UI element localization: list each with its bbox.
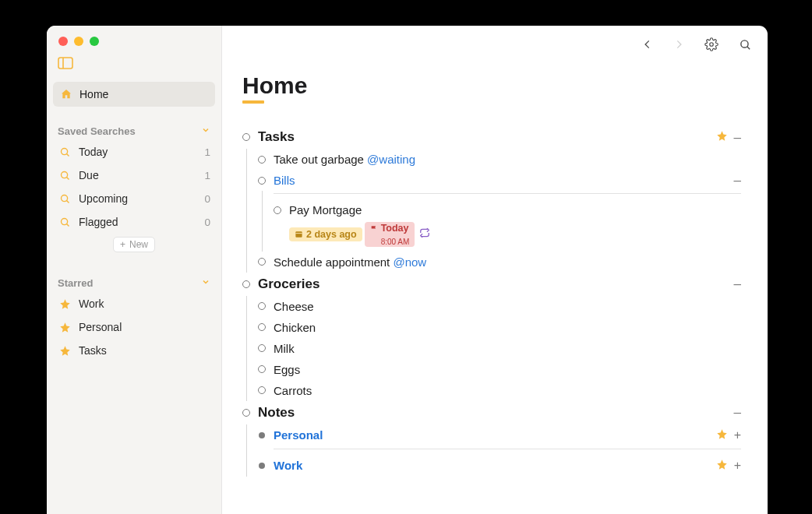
sidebar-item-label: Work <box>79 297 210 310</box>
svg-line-9 <box>67 224 69 226</box>
sidebar-home-label: Home <box>79 88 108 100</box>
saved-searches-title: Saved Searches <box>58 125 136 137</box>
task-row[interactable]: Take out garbage @waiting <box>258 149 741 170</box>
sidebar-item-tasks[interactable]: Tasks <box>47 339 221 362</box>
list-item[interactable]: Milk <box>258 338 741 359</box>
due-badge[interactable]: Today 8:00 AM <box>365 222 415 247</box>
sidebar-item-label: Personal <box>79 321 210 333</box>
task-text: Take out garbage @waiting <box>274 153 415 166</box>
minimize-window-button[interactable] <box>74 37 83 46</box>
bullet-icon <box>242 280 250 288</box>
collapse-button[interactable]: – <box>734 131 741 144</box>
svg-point-6 <box>62 195 68 201</box>
svg-point-4 <box>62 171 68 178</box>
repeat-icon[interactable] <box>419 227 430 241</box>
saved-searches-header[interactable]: Saved Searches <box>47 121 221 140</box>
section-heading: Tasks <box>258 129 295 145</box>
forward-button[interactable] <box>673 38 684 51</box>
bullet-icon <box>242 409 250 417</box>
task-tag[interactable]: @waiting <box>367 153 415 166</box>
sidebar-item-upcoming[interactable]: Upcoming 0 <box>47 187 221 210</box>
note-row-personal[interactable]: Personal + <box>258 424 741 446</box>
bullet-icon <box>259 432 265 438</box>
chevron-down-icon <box>201 277 210 289</box>
sidebar-item-count: 1 <box>204 170 210 181</box>
svg-point-10 <box>710 43 714 47</box>
task-row[interactable]: Schedule appointment @now <box>258 252 741 273</box>
list-item[interactable]: Carrots <box>258 380 741 401</box>
home-icon <box>60 88 72 100</box>
section-notes[interactable]: Notes – <box>242 401 741 424</box>
sidebar-item-due[interactable]: Due 1 <box>47 164 221 187</box>
new-saved-search-row: + New <box>47 234 221 259</box>
sidebar-item-label: Due <box>79 169 196 181</box>
calendar-icon <box>295 230 303 238</box>
item-text: Eggs <box>274 363 300 376</box>
new-saved-search-button[interactable]: + New <box>113 237 155 252</box>
star-icon[interactable] <box>716 459 728 473</box>
indent-line <box>246 424 247 477</box>
bullet-icon <box>258 323 266 331</box>
star-icon <box>59 298 71 310</box>
search-icon <box>59 146 71 158</box>
starred-header[interactable]: Starred <box>47 273 221 292</box>
outline: Tasks – Take o <box>242 125 741 477</box>
bullet-icon <box>258 258 266 266</box>
section-groceries[interactable]: Groceries – <box>242 273 741 296</box>
window-controls <box>47 26 221 54</box>
page-title: Home <box>242 72 741 99</box>
chevron-down-icon <box>201 125 210 137</box>
zoom-window-button[interactable] <box>90 37 99 46</box>
collapse-button[interactable]: – <box>734 277 741 290</box>
sidebar-item-flagged[interactable]: Flagged 0 <box>47 210 221 234</box>
divider <box>274 449 741 449</box>
svg-line-12 <box>747 46 750 48</box>
starred-title: Starred <box>58 277 94 289</box>
search-icon <box>59 170 71 181</box>
list-item[interactable]: Eggs <box>258 359 741 380</box>
sidebar-item-work[interactable]: Work <box>47 292 221 315</box>
task-text: Pay Mortgage <box>289 203 362 217</box>
bullet-icon <box>259 463 265 469</box>
bullet-icon <box>258 344 266 352</box>
task-tag[interactable]: @now <box>393 255 426 269</box>
sidebar-item-label: Upcoming <box>79 192 196 205</box>
close-window-button[interactable] <box>58 37 68 46</box>
task-row-mortgage[interactable]: Pay Mortgage <box>274 199 741 220</box>
svg-point-11 <box>741 40 748 47</box>
date-badge[interactable]: 2 days ago <box>289 227 362 241</box>
back-button[interactable] <box>642 38 653 51</box>
star-icon[interactable] <box>716 130 728 144</box>
expand-button[interactable]: + <box>734 429 741 442</box>
collapse-button[interactable]: – <box>734 406 741 419</box>
sidebar-item-today[interactable]: Today 1 <box>47 140 221 164</box>
search-button[interactable] <box>739 38 752 51</box>
svg-line-3 <box>67 153 69 156</box>
star-icon <box>59 345 71 357</box>
collapse-button[interactable]: – <box>734 174 741 187</box>
search-icon <box>739 38 752 51</box>
list-item[interactable]: Chicken <box>258 317 741 338</box>
title-underline <box>242 100 264 104</box>
search-icon <box>59 217 71 228</box>
bullet-icon <box>258 365 266 373</box>
sidebar-home[interactable]: Home <box>53 82 215 107</box>
gear-icon <box>704 37 718 51</box>
sidebar-item-personal[interactable]: Personal <box>47 315 221 339</box>
settings-button[interactable] <box>704 37 718 51</box>
note-row-work[interactable]: Work + <box>258 455 741 477</box>
star-icon[interactable] <box>716 428 728 442</box>
toolbar <box>222 26 768 63</box>
divider <box>274 193 741 194</box>
sidebar-item-label: Tasks <box>79 344 210 357</box>
expand-button[interactable]: + <box>734 459 741 472</box>
list-item[interactable]: Cheese <box>258 296 741 317</box>
section-tasks[interactable]: Tasks – <box>242 125 741 149</box>
task-row-bills[interactable]: Bills – <box>258 170 741 191</box>
indent-line <box>246 149 247 273</box>
item-text: Chicken <box>274 321 316 334</box>
bullet-icon <box>258 177 266 185</box>
sidebar-toggle-button[interactable] <box>47 54 221 72</box>
svg-point-8 <box>62 218 68 224</box>
content-area: Home Tasks – <box>222 63 768 514</box>
